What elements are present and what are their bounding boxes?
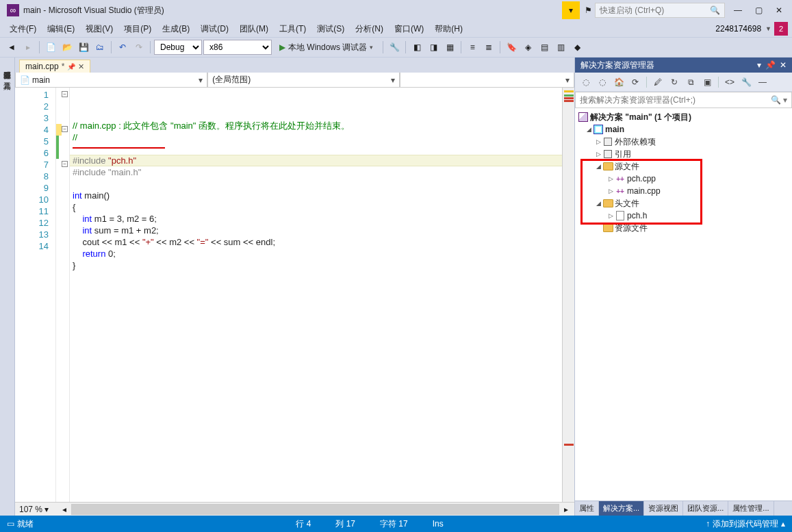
expand-icon[interactable]: ▷ — [606, 188, 615, 194]
menu-item[interactable]: 项目(P) — [118, 22, 157, 36]
save-button[interactable]: 💾 — [76, 40, 91, 55]
tool-btn-1[interactable]: 🔧 — [387, 40, 402, 55]
code-editor[interactable]: 1234567891011121314 −−− // main.cpp : 此文… — [15, 88, 574, 502]
close-icon[interactable]: ✕ — [780, 60, 787, 70]
refs-node[interactable]: ▷ 引用 — [575, 148, 792, 160]
status-ins: Ins — [427, 519, 449, 529]
src-folder-node[interactable]: ◢ 源文件 — [575, 160, 792, 173]
new-project-button[interactable]: 📄 — [43, 40, 58, 55]
nav-back-button[interactable]: ◄ — [4, 40, 19, 55]
comment-btn[interactable]: ▤ — [537, 40, 552, 55]
expand-icon[interactable]: ▷ — [594, 151, 602, 157]
menu-item[interactable]: 窗口(W) — [389, 22, 429, 36]
menu-item[interactable]: 调试(D) — [195, 22, 234, 36]
open-button[interactable]: 📂 — [60, 40, 75, 55]
hdr-folder-node[interactable]: ◢ 头文件 — [575, 197, 792, 210]
solution-node[interactable]: 解决方案 "main" (1 个项目) — [575, 111, 792, 123]
tool-btn-2[interactable]: ◧ — [409, 40, 424, 55]
status-scm[interactable]: ↑ 添加到源代码管理 ▴ — [706, 518, 785, 530]
vertical-scrollbar[interactable] — [562, 88, 574, 502]
zoom-combo[interactable]: 107 % ▾ — [19, 505, 60, 514]
tab-resource-view[interactable]: 资源视图 — [644, 501, 683, 516]
properties-icon[interactable]: 🔧 — [739, 75, 753, 89]
save-all-button[interactable]: 🗂 — [92, 40, 107, 55]
nav-func-combo[interactable]: ▾ — [400, 73, 574, 87]
uncomment-btn[interactable]: ▥ — [553, 40, 568, 55]
nav-fwd-button[interactable]: ▸ — [21, 40, 36, 55]
menu-item[interactable]: 视图(V) — [80, 22, 118, 36]
start-debug-button[interactable]: ▶ 本地 Windows 调试器 ▾ — [273, 40, 379, 55]
run-label: 本地 Windows 调试器 — [288, 42, 367, 53]
minimize-button[interactable]: — — [728, 2, 748, 18]
menu-item[interactable]: 文件(F) — [4, 22, 42, 36]
solution-search-input[interactable]: 搜索解决方案资源管理器(Ctrl+;) 🔍 ▾ — [575, 92, 792, 108]
tool-btn-3[interactable]: ◨ — [426, 40, 441, 55]
server-explorer-tab[interactable]: 服务器资源管理器 — [1, 60, 14, 71]
menu-item[interactable]: 工具(T) — [274, 22, 311, 36]
code-content[interactable]: // main.cpp : 此文件包含 "main" 函数。程序执行将在此处开始… — [70, 88, 562, 502]
autohide-icon[interactable]: ▾ — [757, 60, 761, 70]
outdent-btn[interactable]: ≣ — [481, 40, 496, 55]
home-icon[interactable]: 🏠 — [612, 75, 626, 89]
document-tab-main[interactable]: main.cpp * 📌 ✕ — [19, 60, 90, 73]
res-folder-node[interactable]: ▷ 资源文件 — [575, 222, 792, 234]
file-node-pch-h[interactable]: ▷ pch.h — [575, 210, 792, 222]
close-button[interactable]: ✕ — [769, 2, 789, 18]
notification-icon[interactable]: ▾ — [562, 1, 580, 19]
fwd-icon[interactable]: ◌ — [596, 75, 609, 89]
showall-icon[interactable]: ▣ — [700, 75, 714, 89]
pin-icon[interactable]: 📌 — [67, 63, 75, 71]
menu-item[interactable]: 编辑(E) — [42, 22, 80, 36]
project-node[interactable]: ◢ main — [575, 123, 792, 136]
feedback-icon[interactable]: ⚑ — [581, 3, 595, 17]
toolbox-tab[interactable]: 工具箱 — [1, 71, 14, 82]
tab-property-manager[interactable]: 属性管理... — [728, 501, 774, 516]
expand-icon[interactable]: ▷ — [606, 175, 615, 182]
expand-icon[interactable]: ◢ — [585, 126, 593, 133]
more-icon[interactable]: — — [756, 75, 769, 89]
account-dropdown-icon[interactable]: ▼ — [765, 25, 771, 32]
tab-properties[interactable]: 属性 — [575, 501, 599, 516]
bookmark-btn[interactable]: 🔖 — [504, 40, 519, 55]
tab-team-explorer[interactable]: 团队资源... — [683, 501, 728, 516]
menu-item[interactable]: 测试(S) — [311, 22, 350, 36]
nav-member-combo[interactable]: (全局范围) ▾ — [207, 73, 400, 87]
pin-icon[interactable]: 📌 — [765, 60, 776, 70]
tab-close-icon[interactable]: ✕ — [78, 62, 84, 71]
sync-icon[interactable]: ⟳ — [628, 75, 642, 89]
tool-btn-4[interactable]: ▦ — [442, 40, 457, 55]
refresh-icon[interactable]: ↻ — [667, 75, 681, 89]
collapse-icon[interactable]: ⧉ — [684, 75, 698, 89]
quick-launch-input[interactable]: 快速启动 (Ctrl+Q) 🔍 — [595, 3, 725, 18]
menu-item[interactable]: 分析(N) — [350, 22, 389, 36]
expand-icon[interactable]: ◢ — [594, 200, 602, 207]
indent-btn[interactable]: ≡ — [465, 40, 480, 55]
expand-icon[interactable]: ◢ — [594, 163, 602, 170]
redo-button[interactable]: ↷ — [131, 40, 146, 55]
menu-item[interactable]: 生成(B) — [157, 22, 195, 36]
undo-button[interactable]: ↶ — [115, 40, 130, 55]
expand-icon[interactable]: ▷ — [594, 138, 602, 145]
tab-solution-explorer[interactable]: 解决方案... — [599, 501, 644, 516]
back-icon[interactable]: ◌ — [579, 75, 593, 89]
platform-combo[interactable]: x86 — [203, 40, 272, 55]
account-id[interactable]: 2248174698 — [711, 22, 765, 36]
code-icon[interactable]: <> — [723, 75, 737, 89]
scope-icon[interactable]: 🖉 — [651, 75, 665, 89]
maximize-button[interactable]: ▢ — [748, 2, 769, 18]
menu-item[interactable]: 帮助(H) — [429, 22, 468, 36]
ext-deps-node[interactable]: ▷ 外部依赖项 — [575, 136, 792, 148]
file-node-pch-cpp[interactable]: ▷ ++ pch.cpp — [575, 173, 792, 185]
bookmark2-btn[interactable]: ◈ — [520, 40, 535, 55]
horizontal-scrollbar[interactable] — [71, 504, 559, 515]
menu-item[interactable]: 团队(M) — [234, 22, 274, 36]
solution-tree[interactable]: 解决方案 "main" (1 个项目) ◢ main ▷ 外部依赖项 ▷ 引用 … — [575, 108, 792, 501]
config-combo[interactable]: Debug — [154, 40, 202, 55]
hscroll-right[interactable]: ▸ — [562, 505, 570, 514]
avatar[interactable]: 2 — [774, 22, 788, 36]
nav-scope-combo[interactable]: 📄 main ▾ — [15, 73, 207, 87]
file-node-main-cpp[interactable]: ▷ ++ main.cpp — [575, 185, 792, 197]
hscroll-left[interactable]: ◂ — [60, 505, 68, 514]
misc-btn[interactable]: ◆ — [570, 40, 585, 55]
expand-icon[interactable]: ▷ — [606, 212, 615, 219]
